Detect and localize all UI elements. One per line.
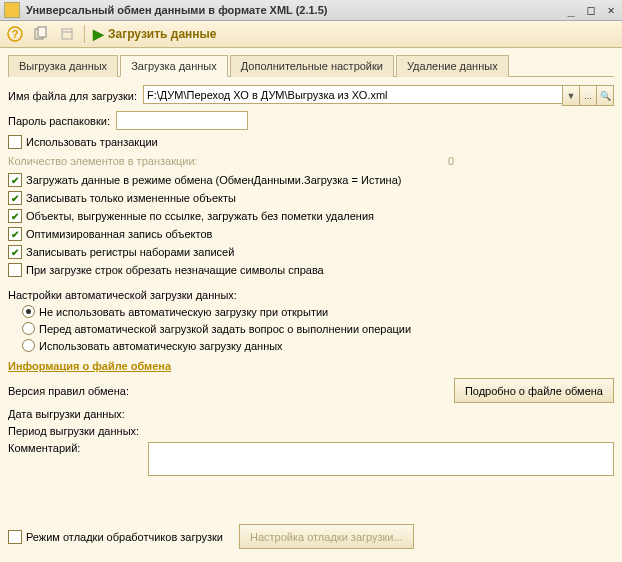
debug-mode-checkbox[interactable]: Режим отладки обработчиков загрузки bbox=[8, 530, 223, 544]
password-label: Пароль распаковки: bbox=[8, 115, 110, 127]
tab-export[interactable]: Выгрузка данных bbox=[8, 55, 118, 77]
dropdown-button[interactable]: ▼ bbox=[562, 85, 580, 106]
tab-settings[interactable]: Дополнительные настройки bbox=[230, 55, 394, 77]
autoload-group-label: Настройки автоматической загрузки данных… bbox=[8, 289, 614, 301]
minimize-button[interactable]: _ bbox=[564, 3, 578, 17]
radio-ask[interactable]: Перед автоматической загрузкой задать во… bbox=[22, 322, 614, 335]
file-details-button[interactable]: Подробно о файле обмена bbox=[454, 378, 614, 403]
by-ref-checkbox[interactable]: ✔Объекты, выгруженные по ссылке, загружа… bbox=[8, 209, 614, 223]
radio-no-autoload[interactable]: Не использовать автоматическую загрузку … bbox=[22, 305, 614, 318]
maximize-button[interactable]: □ bbox=[584, 3, 598, 17]
filename-input[interactable] bbox=[143, 85, 562, 104]
txn-count-value: 0 bbox=[394, 155, 454, 167]
write-changed-checkbox[interactable]: ✔Записывать только измененные объекты bbox=[8, 191, 614, 205]
trim-strings-checkbox[interactable]: При загрузке строк обрезать незначащие с… bbox=[8, 263, 614, 277]
toolbar-divider bbox=[84, 25, 85, 43]
export-period-label: Период выгрузки данных: bbox=[8, 425, 148, 437]
radio-autoload[interactable]: Использовать автоматическую загрузку дан… bbox=[22, 339, 614, 352]
tab-import[interactable]: Загрузка данных bbox=[120, 55, 228, 77]
optimized-write-checkbox[interactable]: ✔Оптимизированная запись объектов bbox=[8, 227, 614, 241]
load-data-label: Загрузить данные bbox=[108, 27, 217, 41]
write-registers-checkbox[interactable]: ✔Записывать регистры наборами записей bbox=[8, 245, 614, 259]
exchange-mode-checkbox[interactable]: ✔Загружать данные в режиме обмена (Обмен… bbox=[8, 173, 614, 187]
close-button[interactable]: ✕ bbox=[604, 3, 618, 17]
app-icon bbox=[4, 2, 20, 18]
filename-label: Имя файла для загрузки: bbox=[8, 90, 137, 102]
file-info-title: Информация о файле обмена bbox=[8, 360, 614, 372]
comment-input[interactable] bbox=[148, 442, 614, 476]
password-input[interactable] bbox=[116, 111, 248, 130]
svg-rect-4 bbox=[62, 29, 72, 39]
toolbar-icon-2[interactable] bbox=[58, 25, 76, 43]
debug-settings-button[interactable]: Настройка отладки загрузки... bbox=[239, 524, 414, 549]
comment-label: Комментарий: bbox=[8, 442, 148, 454]
play-icon: ▶ bbox=[93, 26, 104, 42]
load-data-button[interactable]: ▶ Загрузить данные bbox=[93, 26, 217, 42]
use-transaction-checkbox[interactable]: Использовать транзакции bbox=[8, 135, 614, 149]
txn-count-label: Количество элементов в транзакции: bbox=[8, 155, 198, 167]
export-date-label: Дата выгрузки данных: bbox=[8, 408, 148, 420]
tab-delete[interactable]: Удаление данных bbox=[396, 55, 509, 77]
svg-text:?: ? bbox=[12, 28, 19, 40]
svg-rect-3 bbox=[38, 27, 46, 37]
help-icon[interactable]: ? bbox=[6, 25, 24, 43]
window-title: Универсальный обмен данными в формате XM… bbox=[26, 4, 564, 16]
rules-version-label: Версия правил обмена: bbox=[8, 385, 148, 397]
search-file-button[interactable]: 🔍 bbox=[597, 85, 614, 106]
browse-button[interactable]: ... bbox=[580, 85, 597, 106]
toolbar-icon-1[interactable] bbox=[32, 25, 50, 43]
